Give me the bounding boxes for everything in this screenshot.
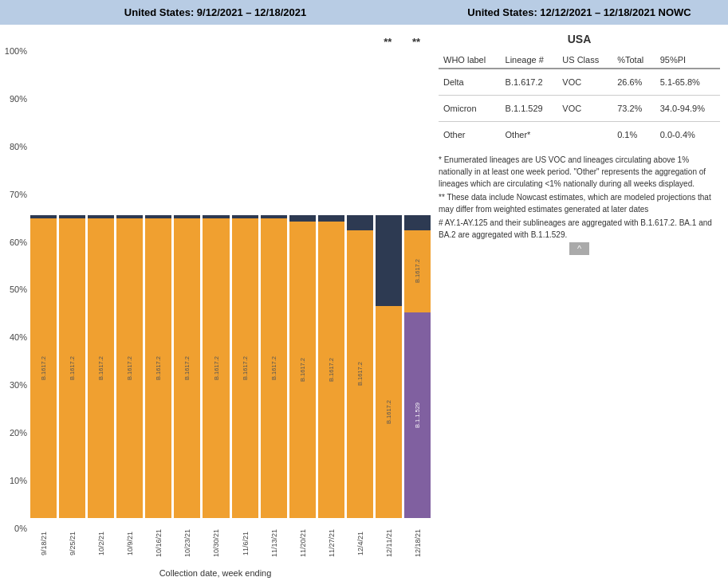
- bar-dark-segment: [376, 215, 402, 306]
- x-axis-label: 10/30/21: [203, 521, 229, 565]
- bar-wrapper: B.1617.2B.1.1.529: [404, 215, 431, 518]
- x-axis-label: 10/23/21: [174, 521, 200, 565]
- y-axis-label: 70%: [10, 190, 27, 199]
- right-data-panel: USA WHO labelLineage #US Class%Total95%P…: [431, 25, 728, 581]
- x-axis-title: Collection date, week ending: [0, 568, 431, 581]
- bar-wrapper: B.1617.2: [145, 215, 171, 518]
- table-cell-pi: 0.0-0.4%: [655, 122, 720, 148]
- x-axis-label: 10/16/21: [145, 521, 171, 565]
- bar-wrapper: B.1617.2: [376, 215, 402, 518]
- bar-delta-label: B.1617.2: [69, 356, 76, 380]
- bar-wrapper: B.1617.2: [203, 215, 229, 518]
- table-cell-who_label: Omicron: [439, 96, 501, 122]
- y-axis-label: 50%: [10, 285, 27, 294]
- bar-delta-label: B.1617.2: [385, 400, 392, 424]
- y-axis-label: 30%: [10, 381, 27, 390]
- bar-delta-segment: B.1617.2: [59, 218, 85, 518]
- bar-delta-label: B.1617.2: [213, 356, 220, 380]
- x-axis-label: 11/20/21: [289, 521, 316, 565]
- bar-dark-segment: [404, 215, 431, 230]
- table-cell-pct_total: 73.2%: [612, 96, 655, 122]
- x-axis-label: 10/9/21: [116, 521, 143, 565]
- asterisk-cell: **: [402, 36, 431, 48]
- x-axis-label: 11/13/21: [261, 521, 287, 565]
- y-axis-label: 20%: [10, 429, 27, 438]
- table-column-header: 95%PI: [655, 52, 720, 69]
- bar-wrapper: B.1617.2: [347, 215, 373, 518]
- table-cell-who_label: Other: [439, 122, 501, 148]
- bar-delta-label: B.1617.2: [270, 356, 277, 380]
- bar-delta-label: B.1617.2: [183, 356, 191, 380]
- bar-delta-label: B.1617.2: [414, 259, 421, 283]
- bar-delta-segment: B.1617.2: [289, 222, 316, 518]
- asterisk-cell: **: [373, 36, 402, 48]
- footnote-item: ** These data include Nowcast estimates,…: [439, 191, 720, 215]
- footnotes: * Enumerated lineages are US VOC and lin…: [439, 154, 720, 242]
- asterisk-row: ****: [30, 33, 431, 50]
- table-column-header: US Class: [557, 52, 612, 69]
- left-chart-panel: 100%90%80%70%60%50%40%30%20%10%0% **** B…: [0, 25, 431, 581]
- table-cell-us_class: VOC: [557, 69, 612, 96]
- data-table: WHO labelLineage #US Class%Total95%PI De…: [439, 52, 720, 147]
- bar-delta-label: B.1617.2: [356, 362, 364, 386]
- bar-delta-label: B.1617.2: [242, 356, 249, 380]
- y-axis-label: 10%: [10, 477, 27, 485]
- bar-wrapper: B.1617.2: [30, 215, 57, 518]
- bar-delta-segment: B.1617.2: [203, 218, 229, 518]
- x-axis-label: 12/11/21: [376, 521, 402, 565]
- bar-wrapper: B.1617.2: [59, 215, 85, 518]
- y-axis-label: 40%: [10, 333, 27, 342]
- bar-delta-segment: B.1617.2: [116, 218, 143, 518]
- bar-delta-label: B.1617.2: [97, 356, 104, 380]
- left-chart-title: United States: 9/12/2021 – 12/18/2021: [0, 0, 431, 25]
- bar-delta-segment: B.1617.2: [145, 218, 171, 518]
- bar-wrapper: B.1617.2: [289, 215, 316, 518]
- bar-wrapper: B.1617.2: [116, 215, 143, 518]
- table-cell-pi: 34.0-94.9%: [655, 96, 720, 122]
- bar-dark-segment: [289, 215, 316, 222]
- x-axis-label: 11/27/21: [318, 521, 344, 565]
- table-cell-pi: 5.1-65.8%: [655, 69, 720, 96]
- bar-wrapper: B.1617.2: [88, 215, 114, 518]
- table-title: USA: [439, 33, 720, 45]
- x-axis-label: 12/4/21: [347, 521, 373, 565]
- y-axis-label: 0%: [14, 524, 27, 533]
- bar-wrapper: B.1617.2: [174, 215, 200, 518]
- bar-delta-segment: B.1617.2: [347, 230, 373, 518]
- table-row: OmicronB.1.1.529VOC73.2%34.0-94.9%: [439, 96, 720, 122]
- bar-delta-label: B.1617.2: [155, 356, 162, 380]
- table-cell-us_class: VOC: [557, 96, 612, 122]
- table-cell-us_class: [557, 122, 612, 148]
- bar-omicron-label: B.1.1.529: [414, 402, 421, 428]
- scroll-button[interactable]: ^: [569, 242, 589, 255]
- table-row: OtherOther*0.1%0.0-0.4%: [439, 122, 720, 148]
- y-axis-label: 100%: [5, 47, 27, 56]
- x-axis-label: 12/18/21: [404, 521, 431, 565]
- bar-dark-segment: [318, 215, 344, 222]
- table-cell-pct_total: 0.1%: [612, 122, 655, 148]
- y-axis-label: 60%: [10, 238, 27, 247]
- table-column-header: WHO label: [439, 52, 501, 69]
- table-row: DeltaB.1.617.2VOC26.6%5.1-65.8%: [439, 69, 720, 96]
- footnote-item: # AY.1-AY.125 and their sublineages are …: [439, 217, 720, 241]
- bar-wrapper: B.1617.2: [232, 215, 258, 518]
- bar-delta-label: B.1617.2: [126, 356, 133, 380]
- bar-delta-segment: B.1617.2: [261, 218, 287, 518]
- bar-wrapper: B.1617.2: [318, 215, 344, 518]
- x-axis-label: 11/6/21: [232, 521, 258, 565]
- bar-delta-segment: B.1617.2: [174, 218, 200, 518]
- bar-delta-segment: B.1617.2: [88, 218, 114, 518]
- table-cell-pct_total: 26.6%: [612, 69, 655, 96]
- footnote-item: * Enumerated lineages are US VOC and lin…: [439, 154, 720, 190]
- bar-dark-segment: [347, 215, 373, 230]
- bar-delta-label: B.1617.2: [40, 356, 47, 380]
- table-cell-lineage: Other*: [501, 122, 558, 148]
- bar-delta-segment: B.1617.2: [404, 230, 431, 312]
- bar-delta-segment: B.1617.2: [376, 306, 402, 518]
- y-axis-label: 80%: [10, 143, 27, 151]
- bar-delta-segment: B.1617.2: [232, 218, 258, 518]
- bar-delta-segment: B.1617.2: [30, 218, 57, 518]
- bar-omicron-segment: B.1.1.529: [404, 312, 431, 518]
- x-axis-label: 9/18/21: [30, 521, 57, 565]
- y-axis-label: 90%: [10, 95, 27, 104]
